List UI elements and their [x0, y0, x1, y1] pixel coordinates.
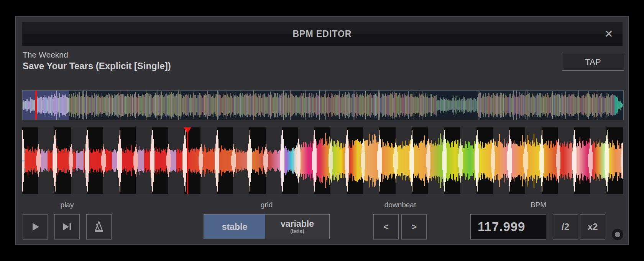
tap-button[interactable]: TAP — [562, 54, 624, 71]
beatgrid-waveform[interactable] — [22, 127, 623, 194]
bpm-half-button[interactable]: /2 — [553, 214, 578, 240]
grid-option-variable-sublabel: (beta) — [290, 228, 304, 234]
grid-option-stable-label: stable — [222, 222, 247, 231]
grid-mode-toggle: stable variable (beta) — [204, 214, 330, 239]
bpm-value-field[interactable]: 117.999 — [470, 214, 546, 240]
downbeat-next-button[interactable]: > — [401, 214, 427, 240]
screen-background: BPM EDITOR ✕ The Weeknd Save Your Tears … — [0, 0, 644, 261]
bpm-label: BPM — [470, 200, 606, 210]
status-indicator-dot — [615, 232, 620, 237]
dialog-title: BPM EDITOR — [293, 29, 352, 39]
play-section: play — [23, 200, 112, 240]
close-icon: ✕ — [604, 28, 613, 40]
grid-section: grid stable variable (beta) — [204, 200, 330, 239]
downbeat-button-row: < > — [373, 214, 427, 240]
chevron-right-icon: > — [411, 221, 417, 232]
skip-forward-button[interactable] — [54, 214, 80, 240]
downbeat-label: downbeat — [373, 200, 427, 210]
bpm-double-button[interactable]: x2 — [580, 214, 605, 240]
grid-label: grid — [204, 200, 330, 210]
downbeat-section: downbeat < > — [373, 200, 427, 240]
downbeat-previous-button[interactable]: < — [373, 214, 399, 240]
track-artist: The Weeknd — [23, 50, 68, 59]
play-button[interactable] — [23, 214, 48, 240]
grid-option-variable-label: variable — [281, 219, 314, 228]
play-label: play — [23, 200, 112, 210]
bpm-button-row: 117.999 /2 x2 — [470, 214, 606, 240]
skip-forward-icon — [62, 222, 72, 232]
metronome-button[interactable] — [86, 214, 112, 240]
overview-waveform-container — [22, 90, 624, 120]
grid-option-variable[interactable]: variable (beta) — [265, 215, 329, 239]
bpm-value: 117.999 — [471, 220, 525, 234]
chevron-left-icon: < — [383, 221, 389, 232]
close-button[interactable]: ✕ — [599, 22, 619, 46]
bpm-editor-dialog: BPM EDITOR ✕ The Weeknd Save Your Tears … — [15, 16, 629, 245]
play-icon — [30, 222, 40, 232]
status-indicator — [612, 229, 623, 240]
metronome-icon — [93, 221, 105, 233]
bpm-section: BPM 117.999 /2 x2 — [470, 200, 606, 240]
track-title: Save Your Tears (Explicit [Single]) — [23, 61, 171, 71]
play-button-row — [23, 214, 112, 240]
overview-waveform[interactable] — [23, 91, 623, 120]
dialog-titlebar: BPM EDITOR ✕ — [22, 22, 623, 46]
grid-option-stable[interactable]: stable — [204, 215, 265, 239]
